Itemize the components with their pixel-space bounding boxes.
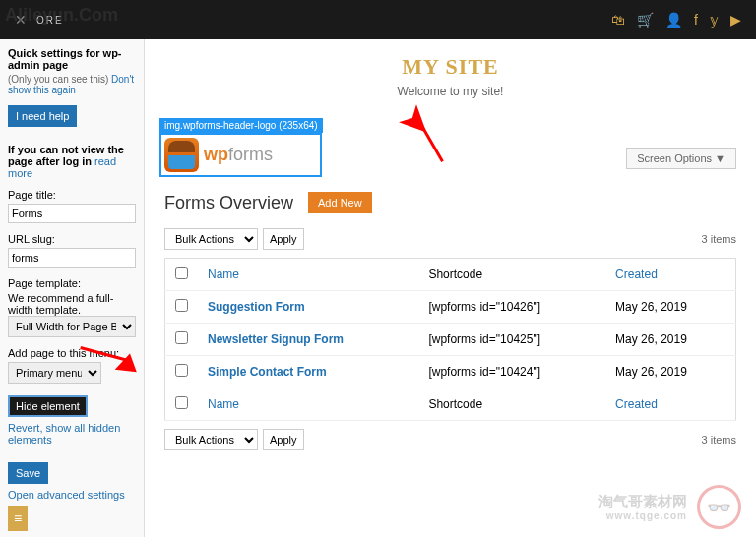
shortcode-cell: [wpforms id="10426"] [418,291,605,324]
created-cell: May 26, 2019 [605,324,735,356]
menu-toggle-button[interactable]: ≡ [8,506,28,531]
screen-options-toggle[interactable]: Screen Options ▼ [626,148,736,169]
apply-button-top[interactable]: Apply [263,228,304,250]
select-all-checkbox[interactable] [175,267,188,279]
form-link[interactable]: Suggestion Form [208,300,305,314]
url-slug-label: URL slug: [8,233,136,245]
template-select[interactable]: Full Width for Page Builde [8,316,136,337]
created-cell: May 26, 2019 [605,291,735,324]
col-name-foot[interactable]: Name [198,388,418,421]
menu-label: Add page to this menu: [8,347,136,359]
col-created[interactable]: Created [605,259,735,291]
row-checkbox[interactable] [175,299,188,312]
user-icon[interactable]: 👤 [665,12,682,28]
briefcase-icon[interactable]: 🛍 [611,12,625,28]
row-checkbox[interactable] [175,331,188,344]
watermark-overlay: Alileyun.Com [0,0,123,30]
template-label: Page template: [8,277,136,289]
table-row: Simple Contact Form [wpforms id="10424"]… [165,356,736,388]
col-shortcode-foot: Shortcode [418,388,605,421]
bulk-actions-select-bottom[interactable]: Bulk Actions [164,429,258,450]
revert-link[interactable]: Revert, show all hidden elements [8,422,136,446]
youtube-icon[interactable]: ▶ [730,12,741,28]
site-title: MY SITE [145,54,756,80]
select-all-checkbox-bottom[interactable] [175,396,188,409]
shortcode-cell: [wpforms id="10424"] [418,356,605,388]
wpforms-mascot-icon [164,138,199,172]
table-row: Newsletter Signup Form [wpforms id="1042… [165,324,736,356]
twitter-icon[interactable]: 𝕪 [710,12,719,28]
sidebar-note: (Only you can see this) Don't show this … [8,74,136,95]
site-hero: MY SITE Welcome to my site! [145,39,756,108]
annotation-arrow-1 [414,114,444,162]
main-content: MY SITE Welcome to my site! ➤ img.wpform… [145,39,756,537]
sidebar-heading: Quick settings for wp-admin page [8,47,122,71]
need-help-button[interactable]: I need help [8,105,77,127]
apply-button-bottom[interactable]: Apply [263,429,304,450]
form-link[interactable]: Newsletter Signup Form [208,332,344,346]
items-count-top: 3 items [702,233,736,245]
shortcode-cell: [wpforms id="10425"] [418,324,605,356]
hide-element-button[interactable]: Hide element [8,395,88,417]
cart-icon[interactable]: 🛒 [637,12,654,28]
wpforms-logo-highlighted: img.wpforms-header-logo (235x64) wpforms [159,118,323,177]
table-row: Suggestion Form [wpforms id="10426"] May… [165,291,736,324]
wpforms-logo-image[interactable]: wpforms [159,133,322,177]
page-title-input[interactable] [8,204,136,223]
created-cell: May 26, 2019 [605,356,735,388]
page-title-label: Page title: [8,189,136,201]
element-inspector-tag: img.wpforms-header-logo (235x64) [159,118,323,133]
col-shortcode: Shortcode [418,259,605,291]
save-button[interactable]: Save [8,462,48,484]
facebook-icon[interactable]: f [694,12,698,28]
page-title: Forms Overview [164,193,293,213]
advanced-settings-link[interactable]: Open advanced settings [8,489,136,501]
row-checkbox[interactable] [175,364,188,377]
items-count-bottom: 3 items [702,434,736,446]
site-subtitle: Welcome to my site! [145,85,756,98]
topbar-icons: 🛍 🛒 👤 f 𝕪 ▶ [611,12,741,28]
form-link[interactable]: Simple Contact Form [208,365,327,379]
add-new-button[interactable]: Add New [308,192,372,213]
footer-watermark: 淘气哥素材网 www.tqge.com 👓 [598,485,741,529]
wpforms-logo-text: wpforms [204,145,273,165]
forms-table: Name Shortcode Created Suggestion Form [… [164,258,736,421]
col-name[interactable]: Name [198,259,418,291]
watermark-logo-icon: 👓 [697,485,741,529]
menu-select[interactable]: Primary menu [8,362,101,384]
bulk-actions-select-top[interactable]: Bulk Actions [164,228,258,250]
url-slug-input[interactable] [8,248,136,268]
template-note: We recommend a full-width template. [8,292,136,316]
col-created-foot[interactable]: Created [605,388,735,421]
quick-settings-sidebar: Quick settings for wp-admin page (Only y… [0,39,145,537]
